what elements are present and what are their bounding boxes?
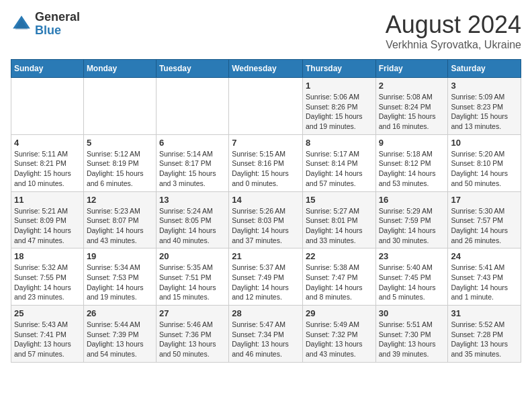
- day-info: Sunrise: 5:21 AM Sunset: 8:09 PM Dayligh…: [14, 206, 81, 246]
- calendar-cell: 15Sunrise: 5:27 AM Sunset: 8:01 PM Dayli…: [302, 191, 375, 248]
- day-number: 11: [14, 195, 81, 205]
- page-header: General Blue August 2024 Verkhnia Syrova…: [11, 11, 521, 51]
- day-number: 10: [451, 138, 518, 148]
- day-number: 15: [306, 195, 373, 205]
- day-number: 6: [159, 138, 226, 148]
- calendar-cell: 31Sunrise: 5:52 AM Sunset: 7:28 PM Dayli…: [448, 306, 521, 363]
- calendar-cell: 16Sunrise: 5:29 AM Sunset: 7:59 PM Dayli…: [375, 191, 448, 248]
- day-number: 5: [87, 138, 153, 148]
- calendar-cell: 20Sunrise: 5:35 AM Sunset: 7:51 PM Dayli…: [156, 248, 228, 306]
- day-number: 31: [451, 308, 518, 318]
- day-number: 18: [14, 251, 81, 261]
- logo-text: General Blue: [35, 11, 80, 38]
- day-info: Sunrise: 5:17 AM Sunset: 8:14 PM Dayligh…: [306, 149, 373, 189]
- calendar-cell: 24Sunrise: 5:41 AM Sunset: 7:43 PM Dayli…: [448, 248, 521, 306]
- day-info: Sunrise: 5:51 AM Sunset: 7:30 PM Dayligh…: [379, 320, 445, 359]
- calendar-cell: 29Sunrise: 5:49 AM Sunset: 7:32 PM Dayli…: [302, 306, 375, 363]
- logo: General Blue: [11, 11, 80, 38]
- calendar-cell: [83, 78, 156, 135]
- day-number: 1: [306, 81, 373, 91]
- logo-general-text: General: [35, 11, 80, 24]
- calendar-cell: 1Sunrise: 5:06 AM Sunset: 8:26 PM Daylig…: [302, 78, 375, 135]
- day-info: Sunrise: 5:34 AM Sunset: 7:53 PM Dayligh…: [87, 263, 153, 302]
- subtitle: Verkhnia Syrovatka, Ukraine: [386, 39, 521, 51]
- day-info: Sunrise: 5:18 AM Sunset: 8:12 PM Dayligh…: [379, 149, 445, 189]
- day-number: 3: [451, 81, 518, 91]
- day-info: Sunrise: 5:24 AM Sunset: 8:05 PM Dayligh…: [159, 206, 226, 246]
- calendar-cell: 9Sunrise: 5:18 AM Sunset: 8:12 PM Daylig…: [375, 134, 448, 191]
- day-info: Sunrise: 5:14 AM Sunset: 8:17 PM Dayligh…: [159, 149, 226, 189]
- day-info: Sunrise: 5:15 AM Sunset: 8:16 PM Dayligh…: [232, 149, 300, 189]
- day-info: Sunrise: 5:30 AM Sunset: 7:57 PM Dayligh…: [451, 206, 518, 246]
- calendar-cell: 3Sunrise: 5:09 AM Sunset: 8:23 PM Daylig…: [448, 78, 521, 135]
- calendar-week-5: 25Sunrise: 5:43 AM Sunset: 7:41 PM Dayli…: [11, 306, 521, 363]
- day-info: Sunrise: 5:38 AM Sunset: 7:47 PM Dayligh…: [306, 263, 373, 302]
- day-number: 13: [159, 195, 226, 205]
- calendar-cell: 7Sunrise: 5:15 AM Sunset: 8:16 PM Daylig…: [229, 134, 303, 191]
- day-info: Sunrise: 5:08 AM Sunset: 8:24 PM Dayligh…: [379, 92, 445, 132]
- calendar-week-3: 11Sunrise: 5:21 AM Sunset: 8:09 PM Dayli…: [11, 191, 521, 248]
- calendar-cell: 27Sunrise: 5:46 AM Sunset: 7:36 PM Dayli…: [156, 306, 228, 363]
- calendar-cell: 8Sunrise: 5:17 AM Sunset: 8:14 PM Daylig…: [302, 134, 375, 191]
- header-row: Sunday Monday Tuesday Wednesday Thursday…: [11, 60, 521, 78]
- day-number: 23: [379, 251, 445, 261]
- day-info: Sunrise: 5:47 AM Sunset: 7:34 PM Dayligh…: [232, 320, 300, 359]
- day-info: Sunrise: 5:27 AM Sunset: 8:01 PM Dayligh…: [306, 206, 373, 246]
- calendar-cell: 22Sunrise: 5:38 AM Sunset: 7:47 PM Dayli…: [302, 248, 375, 306]
- day-info: Sunrise: 5:23 AM Sunset: 8:07 PM Dayligh…: [87, 206, 153, 246]
- day-info: Sunrise: 5:11 AM Sunset: 8:21 PM Dayligh…: [14, 149, 81, 189]
- header-wednesday: Wednesday: [229, 60, 303, 78]
- calendar-cell: 2Sunrise: 5:08 AM Sunset: 8:24 PM Daylig…: [375, 78, 448, 135]
- calendar-table: Sunday Monday Tuesday Wednesday Thursday…: [11, 59, 521, 363]
- day-info: Sunrise: 5:12 AM Sunset: 8:19 PM Dayligh…: [87, 149, 153, 189]
- calendar-cell: 21Sunrise: 5:37 AM Sunset: 7:49 PM Dayli…: [229, 248, 303, 306]
- day-info: Sunrise: 5:52 AM Sunset: 7:28 PM Dayligh…: [451, 320, 518, 359]
- day-number: 8: [306, 138, 373, 148]
- day-number: 25: [14, 308, 81, 318]
- day-number: 28: [232, 308, 300, 318]
- day-number: 14: [232, 195, 300, 205]
- day-info: Sunrise: 5:37 AM Sunset: 7:49 PM Dayligh…: [232, 263, 300, 302]
- title-block: August 2024 Verkhnia Syrovatka, Ukraine: [386, 11, 521, 51]
- logo-blue-text: Blue: [35, 24, 80, 38]
- day-info: Sunrise: 5:41 AM Sunset: 7:43 PM Dayligh…: [451, 263, 518, 302]
- main-title: August 2024: [386, 11, 521, 39]
- calendar-cell: 26Sunrise: 5:44 AM Sunset: 7:39 PM Dayli…: [83, 306, 156, 363]
- day-number: 29: [306, 308, 373, 318]
- day-info: Sunrise: 5:29 AM Sunset: 7:59 PM Dayligh…: [379, 206, 445, 246]
- day-number: 7: [232, 138, 300, 148]
- calendar-week-1: 1Sunrise: 5:06 AM Sunset: 8:26 PM Daylig…: [11, 78, 521, 135]
- day-number: 16: [379, 195, 445, 205]
- day-info: Sunrise: 5:06 AM Sunset: 8:26 PM Dayligh…: [306, 92, 373, 132]
- header-sunday: Sunday: [11, 60, 84, 78]
- calendar-cell: [11, 78, 84, 135]
- calendar-cell: 28Sunrise: 5:47 AM Sunset: 7:34 PM Dayli…: [229, 306, 303, 363]
- day-number: 27: [159, 308, 226, 318]
- header-friday: Friday: [375, 60, 448, 78]
- calendar-cell: 10Sunrise: 5:20 AM Sunset: 8:10 PM Dayli…: [448, 134, 521, 191]
- day-number: 20: [159, 251, 226, 261]
- calendar-body: 1Sunrise: 5:06 AM Sunset: 8:26 PM Daylig…: [11, 78, 521, 363]
- calendar-header: Sunday Monday Tuesday Wednesday Thursday…: [11, 60, 521, 78]
- day-info: Sunrise: 5:44 AM Sunset: 7:39 PM Dayligh…: [87, 320, 153, 359]
- day-number: 21: [232, 251, 300, 261]
- day-info: Sunrise: 5:20 AM Sunset: 8:10 PM Dayligh…: [451, 149, 518, 189]
- calendar-cell: 17Sunrise: 5:30 AM Sunset: 7:57 PM Dayli…: [448, 191, 521, 248]
- calendar-cell: 23Sunrise: 5:40 AM Sunset: 7:45 PM Dayli…: [375, 248, 448, 306]
- calendar-cell: 14Sunrise: 5:26 AM Sunset: 8:03 PM Dayli…: [229, 191, 303, 248]
- day-number: 9: [379, 138, 445, 148]
- day-info: Sunrise: 5:46 AM Sunset: 7:36 PM Dayligh…: [159, 320, 226, 359]
- calendar-cell: 6Sunrise: 5:14 AM Sunset: 8:17 PM Daylig…: [156, 134, 228, 191]
- day-info: Sunrise: 5:32 AM Sunset: 7:55 PM Dayligh…: [14, 263, 81, 302]
- header-monday: Monday: [83, 60, 156, 78]
- calendar-cell: 25Sunrise: 5:43 AM Sunset: 7:41 PM Dayli…: [11, 306, 84, 363]
- day-number: 22: [306, 251, 373, 261]
- day-info: Sunrise: 5:26 AM Sunset: 8:03 PM Dayligh…: [232, 206, 300, 246]
- calendar-cell: 5Sunrise: 5:12 AM Sunset: 8:19 PM Daylig…: [83, 134, 156, 191]
- day-number: 12: [87, 195, 153, 205]
- day-info: Sunrise: 5:40 AM Sunset: 7:45 PM Dayligh…: [379, 263, 445, 302]
- calendar-cell: 11Sunrise: 5:21 AM Sunset: 8:09 PM Dayli…: [11, 191, 84, 248]
- calendar-cell: 13Sunrise: 5:24 AM Sunset: 8:05 PM Dayli…: [156, 191, 228, 248]
- logo-icon: [11, 13, 32, 35]
- header-thursday: Thursday: [302, 60, 375, 78]
